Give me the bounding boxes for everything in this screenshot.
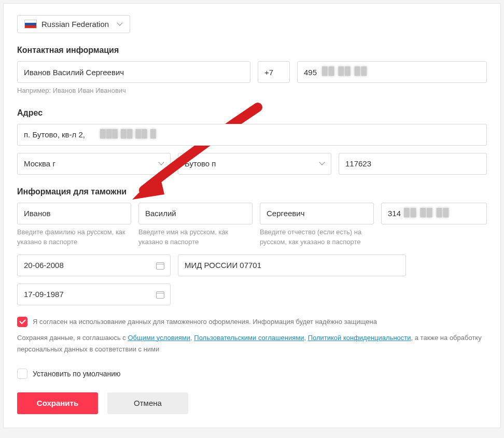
middlename-input[interactable] xyxy=(260,203,374,224)
district-value: Бутово п xyxy=(185,159,216,168)
middlename-hint: Введите отчество (если есть) на русском,… xyxy=(260,228,374,247)
link-terms[interactable]: Общими условиями xyxy=(128,334,190,342)
lastname-input[interactable] xyxy=(17,203,131,224)
cancel-button[interactable]: Отмена xyxy=(107,392,188,414)
district-select[interactable]: Бутово п xyxy=(178,153,331,175)
save-button[interactable]: Сохранить xyxy=(17,392,98,414)
street-redacted: ███ ██ ██ █ xyxy=(100,129,157,138)
section-contact-title: Контактная информация xyxy=(17,46,487,55)
country-label: Russian Federation xyxy=(41,20,109,29)
phone-redacted: ██ ██ ██ xyxy=(322,66,368,75)
link-user-agreement[interactable]: Пользовательскими соглашениями xyxy=(194,334,304,342)
chevron-down-icon xyxy=(159,161,164,166)
firstname-input[interactable] xyxy=(138,203,253,224)
flag-ru-icon xyxy=(25,20,36,28)
form-card: Russian Federation Контактная информация… xyxy=(3,3,501,428)
issuer-input[interactable] xyxy=(178,255,406,276)
consent-text: Я согласен на использование данных для т… xyxy=(33,318,377,326)
country-select[interactable]: Russian Federation xyxy=(17,15,130,33)
chevron-down-icon xyxy=(117,22,122,27)
issue-date-input[interactable] xyxy=(17,255,171,276)
phone-prefix-input[interactable] xyxy=(258,61,290,83)
section-customs-title: Информация для таможни xyxy=(17,187,487,196)
section-address-title: Адрес xyxy=(17,108,487,118)
set-default-checkbox[interactable] xyxy=(17,369,27,379)
id-redacted: ██ ██ ██ xyxy=(404,208,450,217)
legal-text: Сохраняя данные, я соглашаюсь с Общими у… xyxy=(17,332,487,355)
zip-input[interactable] xyxy=(339,153,487,175)
city-select[interactable]: Москва г xyxy=(17,153,171,175)
fullname-input[interactable] xyxy=(17,61,250,83)
birth-date-input[interactable] xyxy=(17,284,171,305)
city-value: Москва г xyxy=(24,159,55,168)
chevron-down-icon xyxy=(319,161,325,166)
fullname-hint: Например: Иванов Иван Иванович xyxy=(17,86,487,96)
firstname-hint: Введите имя на русском, как указано в па… xyxy=(138,228,253,247)
lastname-hint: Введите фамилию на русском, как указано … xyxy=(17,228,131,247)
consent-checkbox[interactable] xyxy=(17,317,27,327)
link-privacy[interactable]: Политикой конфиденциальности xyxy=(308,334,411,342)
set-default-label: Установить по умолчанию xyxy=(33,370,121,378)
street-input[interactable] xyxy=(17,124,487,146)
